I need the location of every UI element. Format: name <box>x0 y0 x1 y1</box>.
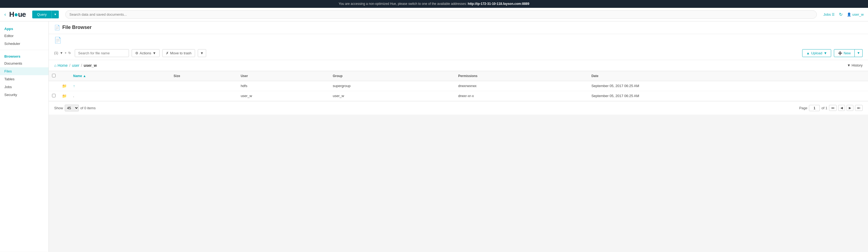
actions-caret: ▼ <box>153 51 156 55</box>
sidebar-item-jobs[interactable]: Jobs <box>0 83 49 91</box>
page-group: Page of 1 ⏮ ◀ ▶ ⏭ <box>799 105 863 111</box>
th-date: Date <box>588 71 868 81</box>
logo-h: H <box>9 10 14 19</box>
breadcrumb: ⌂ Home / user / user_w <box>54 63 97 68</box>
breadcrumb-home[interactable]: ⌂ Home <box>54 63 68 68</box>
move-to-trash-button[interactable]: ✗ Move to trash <box>162 49 195 57</box>
user-header: User <box>241 74 248 78</box>
page-input[interactable] <box>809 105 820 111</box>
breadcrumb-sep-2: / <box>81 63 82 68</box>
actions-label: Actions <box>140 51 151 55</box>
user-icon: 👤 <box>847 12 852 16</box>
select-all-checkbox[interactable] <box>52 74 56 77</box>
history-label: History <box>852 63 863 67</box>
back-button[interactable]: ‹ <box>4 12 6 17</box>
times-icon: ✗ <box>166 51 169 55</box>
logo-dot: ● <box>14 10 18 19</box>
row1-name[interactable]: ↑ <box>70 81 170 91</box>
document-icon[interactable]: 📄 <box>54 37 62 43</box>
move-to-trash-label: Move to trash <box>170 51 191 55</box>
sidebar-item-documents[interactable]: Documents <box>0 60 49 67</box>
table-row: 📁 ↑ hdfs supergroup drwxrwxrwx September… <box>49 81 868 91</box>
table-row: 📁 . user_w user_w drwxr-xr-x September 0… <box>49 91 868 101</box>
search-file-input[interactable] <box>75 49 129 57</box>
actions-button[interactable]: ⚙ Actions ▼ <box>132 49 160 57</box>
browsers-section-title: Browsers <box>0 52 49 60</box>
row2-user: user_w <box>237 91 330 101</box>
th-name[interactable]: Name ▲ <box>70 71 170 81</box>
header-right: Jobs ☰ ↻ 👤 user_w <box>823 12 864 17</box>
header-left: ‹ H●ue Query ▾ <box>4 10 59 19</box>
file-browser-title: File Browser <box>62 25 92 30</box>
filter-icon: ▼ <box>60 51 63 55</box>
selection-count: (1) <box>54 51 58 55</box>
file-browser-header: 📄 File Browser <box>49 21 868 34</box>
breadcrumb-sep-1: / <box>69 63 70 68</box>
file-table: Name ▲ Size User Group Permissions <box>49 71 868 101</box>
sidebar-item-scheduler[interactable]: Scheduler <box>0 40 49 47</box>
last-page-button[interactable]: ⏭ <box>855 105 863 111</box>
user-label: user_w <box>852 12 864 16</box>
of-label: of 1 <box>822 106 827 110</box>
show-group: Show 45 25 100 of 0 items <box>54 105 96 111</box>
upload-caret: ▼ <box>824 51 827 55</box>
breadcrumb-user[interactable]: user <box>72 63 80 68</box>
show-select[interactable]: 45 25 100 <box>65 105 79 111</box>
th-permissions: Permissions <box>455 71 588 81</box>
row1-permissions: drwxrwxrwx <box>455 81 588 91</box>
sidebar-item-tables[interactable]: Tables <box>0 75 49 83</box>
global-search-input[interactable] <box>65 10 817 19</box>
jobs-label: Jobs <box>823 12 831 16</box>
breadcrumb-bar: ⌂ Home / user / user_w ▼ History <box>49 60 868 71</box>
prev-page-button[interactable]: ◀ <box>838 105 845 111</box>
tables-label: Tables <box>4 77 14 81</box>
sidebar-item-security[interactable]: Security <box>0 91 49 99</box>
upload-button[interactable]: ▲ Upload ▼ <box>802 49 831 57</box>
jobs-sidebar-label: Jobs <box>4 85 12 89</box>
more-options-button[interactable]: ▼ <box>198 49 206 57</box>
pagination-bar: Show 45 25 100 of 0 items Page of 1 ⏮ ◀ … <box>49 101 868 115</box>
apps-section-title: Apps <box>0 25 49 32</box>
new-dropdown-button[interactable]: ▼ <box>855 49 863 57</box>
show-label: Show <box>54 106 63 110</box>
query-dropdown-button[interactable]: ▾ <box>52 10 59 19</box>
history-button[interactable]: ▼ History <box>847 63 863 67</box>
th-type-icon <box>59 71 70 81</box>
fb-toolbar: (1) ▼ + ↻ ⚙ Actions ▼ ✗ Move to trash ▼ … <box>49 46 868 60</box>
new-button[interactable]: ➕ New <box>834 49 855 57</box>
jobs-icon: ☰ <box>832 13 835 16</box>
row2-name[interactable]: . <box>70 91 170 101</box>
refresh-icon[interactable]: ↻ <box>68 51 71 55</box>
add-icon: + <box>65 51 67 55</box>
banner-link: http://ip-172-31-10-118.fayson.com:8889 <box>468 2 529 6</box>
sidebar-item-editor[interactable]: Editor <box>0 32 49 40</box>
query-button[interactable]: Query <box>32 10 52 19</box>
user-menu[interactable]: 👤 user_w <box>847 12 864 16</box>
next-page-button[interactable]: ▶ <box>846 105 854 111</box>
table-body: 📁 ↑ hdfs supergroup drwxrwxrwx September… <box>49 81 868 101</box>
documents-label: Documents <box>4 61 22 65</box>
home-label: Home <box>57 63 67 68</box>
first-page-button[interactable]: ⏮ <box>829 105 837 111</box>
history-icon[interactable]: ↻ <box>839 12 842 17</box>
sidebar-item-files[interactable]: Files <box>0 67 49 75</box>
top-banner: You are accessing a non-optimized Hue, p… <box>0 0 868 8</box>
row1-size <box>170 81 238 91</box>
row2-checkbox[interactable] <box>52 94 56 97</box>
query-button-group: Query ▾ <box>32 10 59 19</box>
row2-date: September 05, 2017 06:25 AM <box>588 91 868 101</box>
fb-secondary-bar: 📄 <box>49 34 868 46</box>
row1-group: supergroup <box>330 81 455 91</box>
sidebar: Apps Editor Scheduler Browsers Documents… <box>0 21 49 252</box>
history-caret: ▼ <box>847 63 851 67</box>
th-user: User <box>237 71 330 81</box>
size-header: Size <box>174 74 180 78</box>
files-label: Files <box>4 69 12 73</box>
jobs-link[interactable]: Jobs ☰ <box>823 12 835 16</box>
date-header: Date <box>591 74 598 78</box>
table-header-row: Name ▲ Size User Group Permissions <box>49 71 868 81</box>
th-size: Size <box>170 71 238 81</box>
row2-permissions: drwxr-xr-x <box>455 91 588 101</box>
gear-icon: ⚙ <box>135 51 138 55</box>
up-nav-icon[interactable]: ↑ <box>73 84 75 88</box>
